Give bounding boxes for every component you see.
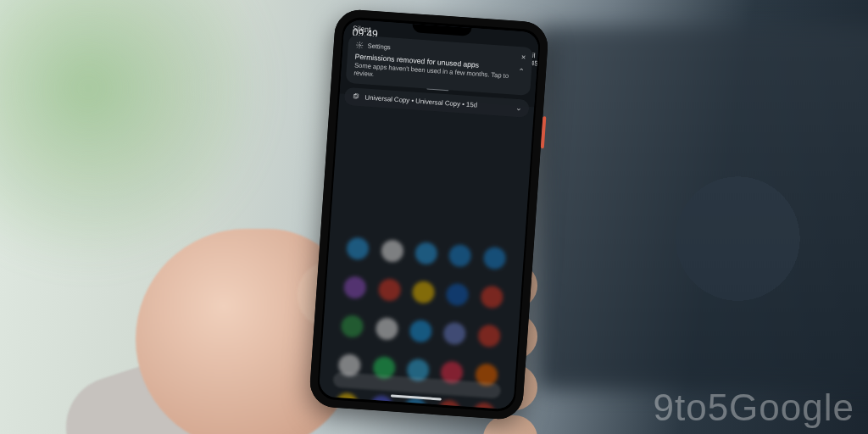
background-monitor [537, 25, 868, 390]
app-icon [437, 399, 461, 409]
gear-icon [355, 42, 364, 50]
chevron-down-icon[interactable]: ⌄ [515, 103, 523, 113]
phone: 09:49 Tue, Sep 29 3G Until 08:45 [309, 8, 549, 420]
app-icon [412, 281, 436, 304]
app-icon [448, 244, 472, 268]
app-icon [446, 283, 470, 307]
photo-scene: 09:49 Tue, Sep 29 3G Until 08:45 [0, 0, 868, 434]
watermark: 9to5Google [653, 387, 854, 429]
app-icon [480, 286, 504, 309]
notification-app-name: Settings [367, 42, 391, 51]
app-icon [415, 242, 438, 265]
app-icon [381, 239, 404, 263]
app-icon [341, 314, 364, 338]
dismiss-icon[interactable]: × [521, 53, 526, 61]
copy-icon [352, 92, 360, 101]
background-plant [0, 0, 271, 271]
app-icon [409, 320, 432, 343]
notification-summary: Universal Copy • Universal Copy • 15d [364, 93, 477, 108]
phone-screen[interactable]: 09:49 Tue, Sep 29 3G Until 08:45 [319, 19, 540, 410]
svg-point-9 [359, 44, 360, 46]
app-icon [443, 322, 467, 346]
app-icon [375, 317, 398, 341]
app-icon [346, 236, 370, 260]
app-icon [377, 278, 401, 302]
app-icon [483, 247, 507, 270]
app-icon [477, 324, 501, 348]
app-icon [343, 275, 367, 299]
app-icon [335, 392, 359, 410]
app-icon [370, 395, 393, 410]
app-icon [472, 402, 496, 409]
